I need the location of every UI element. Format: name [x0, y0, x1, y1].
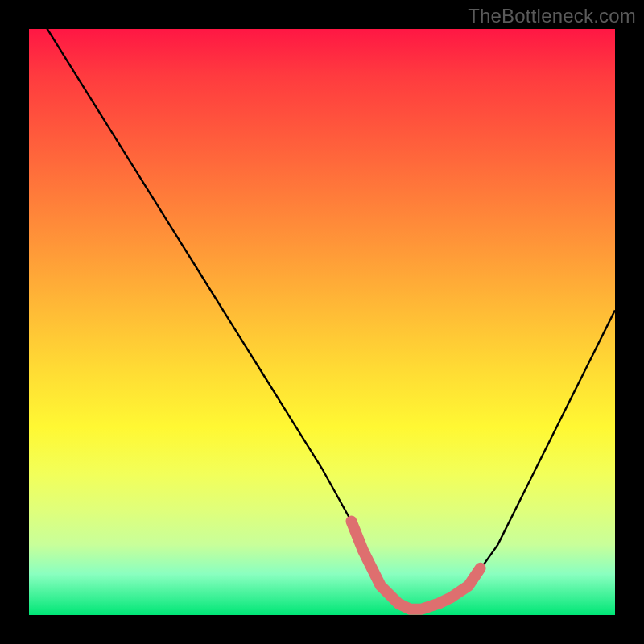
highlight-segment-left [351, 522, 398, 604]
highlight-segment-right [451, 568, 480, 597]
plot-area [29, 29, 615, 615]
chart-frame: TheBottleneck.com [0, 0, 644, 644]
highlight-segment-bottom [398, 597, 452, 609]
chart-svg [29, 29, 615, 615]
watermark-label: TheBottleneck.com [468, 5, 636, 27]
bottleneck-curve [29, 29, 615, 609]
